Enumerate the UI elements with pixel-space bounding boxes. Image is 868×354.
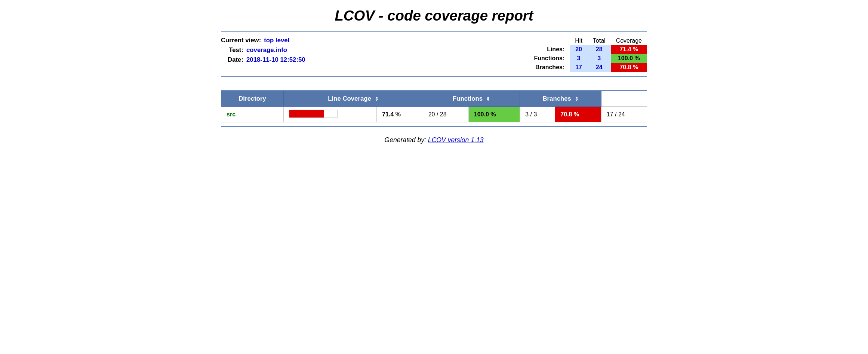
directory-link[interactable]: src xyxy=(227,111,236,118)
lines-row: Lines: 20 28 71.4 % xyxy=(529,45,647,54)
branch-pct-cell: 70.8 % xyxy=(555,107,601,122)
table-row: src71.4 %20 / 28100.0 %3 / 370.8 %17 / 2… xyxy=(221,107,647,122)
lines-coverage: 71.4 % xyxy=(611,45,647,54)
functions-row: Functions: 3 3 100.0 % xyxy=(529,54,647,63)
info-section: Current view: top level Test: coverage.i… xyxy=(221,37,647,72)
functions-sort-icon: ⇕ xyxy=(486,96,490,102)
line-coverage-sort-icon: ⇕ xyxy=(375,96,379,102)
stats-empty-header xyxy=(529,37,570,45)
info-left: Current view: top level Test: coverage.i… xyxy=(221,37,305,64)
date-row: Date: 2018-11-10 12:52:50 xyxy=(221,56,305,64)
footer-link[interactable]: LCOV version 1.13 xyxy=(428,136,484,144)
stats-coverage-header: Coverage xyxy=(611,37,647,45)
col-branches-header[interactable]: Branches ⇕ xyxy=(520,91,601,107)
branches-hit: 17 xyxy=(570,63,588,72)
col-line-coverage-header[interactable]: Line Coverage ⇕ xyxy=(284,91,423,107)
col-functions-header[interactable]: Functions ⇕ xyxy=(423,91,520,107)
stats-total-header: Total xyxy=(588,37,611,45)
date-value: 2018-11-10 12:52:50 xyxy=(246,56,305,64)
table-header-row: Directory Line Coverage ⇕ Functions ⇕ Br… xyxy=(221,91,647,107)
functions-coverage: 100.0 % xyxy=(611,54,647,63)
branch-count-cell: 17 / 24 xyxy=(601,107,647,122)
col-directory-header[interactable]: Directory xyxy=(221,91,284,107)
branches-total: 24 xyxy=(588,63,611,72)
bottom-divider xyxy=(221,76,647,77)
test-label: Test: xyxy=(221,46,243,54)
functions-label: Functions: xyxy=(529,54,570,63)
footer-prefix: Generated by: xyxy=(384,136,426,144)
bar-cell xyxy=(284,107,377,122)
test-value: coverage.info xyxy=(246,46,287,54)
current-view-value: top level xyxy=(264,37,289,44)
current-view-row: Current view: top level xyxy=(221,37,305,44)
line-pct-cell: 71.4 % xyxy=(377,107,423,122)
func-count-cell: 3 / 3 xyxy=(520,107,555,122)
coverage-bar xyxy=(289,110,338,118)
test-row: Test: coverage.info xyxy=(221,46,305,54)
footer: Generated by: LCOV version 1.13 xyxy=(221,136,647,144)
branches-label: Branches: xyxy=(529,63,570,72)
line-count-cell: 20 / 28 xyxy=(423,107,468,122)
stats-hit-header: Hit xyxy=(570,37,588,45)
lines-label: Lines: xyxy=(529,45,570,54)
date-label: Date: xyxy=(221,56,243,64)
stats-table: Hit Total Coverage Lines: 20 28 71.4 % F… xyxy=(529,37,647,72)
current-view-label: Current view: xyxy=(221,37,261,44)
functions-total: 3 xyxy=(588,54,611,63)
lines-total: 28 xyxy=(588,45,611,54)
directory-cell: src xyxy=(221,107,284,122)
branches-coverage: 70.8 % xyxy=(611,63,647,72)
branches-row: Branches: 17 24 70.8 % xyxy=(529,63,647,72)
page-title: LCOV - code coverage report xyxy=(221,7,647,24)
directory-table: Directory Line Coverage ⇕ Functions ⇕ Br… xyxy=(221,91,647,122)
func-pct-cell: 100.0 % xyxy=(468,107,520,122)
functions-hit: 3 xyxy=(570,54,588,63)
top-divider xyxy=(221,31,647,32)
directory-table-wrapper: Directory Line Coverage ⇕ Functions ⇕ Br… xyxy=(221,90,647,127)
lines-hit: 20 xyxy=(570,45,588,54)
branches-sort-icon: ⇕ xyxy=(575,96,579,102)
